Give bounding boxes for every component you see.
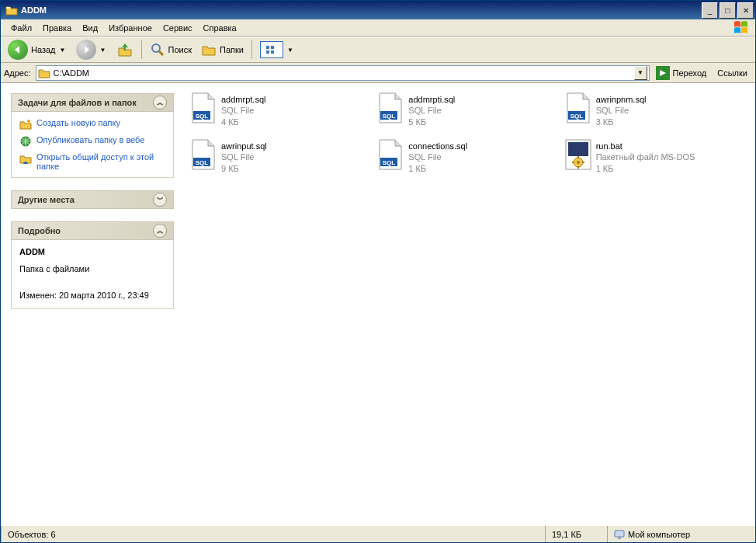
svg-text:SQL: SQL (196, 113, 209, 120)
folder-icon (38, 67, 50, 79)
svg-line-1 (159, 51, 163, 55)
status-bar: Объектов: 6 19,1 КБ Мой компьютер (1, 525, 755, 542)
minimize-button[interactable]: _ (702, 2, 718, 19)
file-item[interactable]: SQL awrinpnm.sql SQL File 3 КБ (564, 91, 751, 134)
chevron-down-icon: ▼ (99, 47, 107, 54)
address-input[interactable] (50, 68, 634, 78)
svg-rect-18 (568, 142, 588, 156)
svg-rect-4 (266, 50, 269, 54)
status-objects: Объектов: 6 (1, 526, 546, 542)
status-location: Мой компьютер (608, 526, 755, 542)
sql-file-icon: SQL (565, 92, 591, 124)
content-area: Задачи для файлов и папок ︽ Создать нову… (1, 83, 755, 525)
svg-rect-3 (271, 46, 274, 49)
menubar: Файл Правка Вид Избранное Сервис Справка (1, 19, 755, 37)
menu-edit[interactable]: Правка (37, 22, 77, 34)
svg-rect-2 (266, 46, 269, 49)
forward-button[interactable]: ▼ (72, 39, 111, 61)
status-size: 19,1 КБ (546, 526, 608, 542)
menu-help[interactable]: Справка (198, 22, 242, 34)
file-item[interactable]: run.bat Пакетный файл MS-DOS 1 КБ (564, 137, 751, 181)
go-button[interactable]: Переход (653, 65, 710, 81)
window-title: ADDM (21, 5, 700, 15)
back-button[interactable]: Назад ▼ (4, 39, 71, 61)
file-list: SQL addmrpt.sql SQL File 4 КБ SQL addmrp… (184, 83, 755, 525)
svg-text:SQL: SQL (196, 159, 209, 166)
separator (251, 40, 252, 59)
forward-arrow-icon (76, 40, 96, 60)
collapse-icon: ︽ (153, 224, 167, 238)
views-icon (260, 41, 283, 58)
file-type: SQL File (596, 105, 647, 116)
search-icon (150, 42, 165, 57)
file-item[interactable]: SQL addmrpt.sql SQL File 4 КБ (189, 91, 376, 134)
file-item[interactable]: SQL addmrpti.sql SQL File 5 КБ (376, 91, 563, 134)
toolbar: Назад ▼ ▼ Поиск Папки (1, 37, 755, 63)
go-arrow-icon (656, 66, 670, 80)
details-type: Папка с файлами (19, 263, 165, 276)
address-dropdown-button[interactable]: ▼ (634, 66, 647, 80)
views-button[interactable]: ▼ (256, 39, 298, 61)
separator (141, 40, 142, 59)
file-item[interactable]: SQL awrinput.sql SQL File 9 КБ (189, 137, 376, 181)
close-button[interactable]: ✕ (737, 2, 754, 19)
file-name: awrinput.sql (221, 141, 267, 151)
file-tasks-header[interactable]: Задачи для файлов и папок ︽ (11, 93, 174, 112)
other-places-header[interactable]: Другие места ︾ (11, 190, 174, 209)
titlebar: ADDM _ □ ✕ (1, 1, 755, 19)
svg-text:SQL: SQL (383, 159, 396, 166)
menu-file[interactable]: Файл (5, 22, 37, 34)
menu-view[interactable]: Вид (77, 22, 103, 34)
globe-icon (19, 135, 32, 148)
details-name: ADDM (19, 246, 165, 259)
up-button[interactable] (113, 39, 137, 61)
new-folder-icon (19, 118, 32, 131)
search-button[interactable]: Поиск (146, 39, 196, 61)
folder-icon (5, 4, 18, 16)
file-name: connections.sql (408, 141, 467, 151)
file-type: SQL File (221, 151, 267, 162)
folders-icon (201, 42, 217, 57)
chevron-down-icon: ▼ (59, 47, 67, 54)
file-name: addmrpti.sql (408, 94, 455, 105)
sql-file-icon: SQL (377, 92, 404, 124)
share-folder-icon (19, 152, 32, 165)
file-name: awrinpnm.sql (596, 94, 647, 105)
expand-icon: ︾ (153, 193, 167, 207)
file-size: 9 КБ (221, 163, 267, 174)
folders-button[interactable]: Папки (197, 39, 248, 61)
svg-rect-21 (615, 531, 624, 537)
svg-point-0 (152, 44, 160, 52)
sql-file-icon: SQL (190, 139, 217, 170)
back-arrow-icon (8, 40, 28, 60)
task-share-folder[interactable]: Открыть общий доступ к этой папке (19, 152, 165, 171)
file-name: addmrpt.sql (221, 94, 265, 105)
menu-favorites[interactable]: Избранное (103, 22, 158, 34)
file-size: 1 КБ (408, 163, 467, 174)
tasks-pane: Задачи для файлов и папок ︽ Создать нову… (1, 83, 184, 525)
svg-text:SQL: SQL (570, 113, 583, 120)
file-tasks-panel: Задачи для файлов и папок ︽ Создать нову… (10, 92, 175, 179)
links-label[interactable]: Ссылки (713, 68, 752, 78)
maximize-button[interactable]: □ (720, 2, 736, 19)
file-name: run.bat (596, 141, 695, 151)
file-size: 3 КБ (596, 117, 647, 127)
file-size: 5 КБ (408, 117, 455, 127)
details-panel: Подробно ︽ ADDM Папка с файлами Изменен:… (10, 221, 175, 310)
task-publish-web[interactable]: Опубликовать папку в вебе (19, 135, 165, 148)
address-field[interactable]: ▼ (36, 65, 650, 81)
file-item[interactable]: SQL connections.sql SQL File 1 КБ (376, 137, 563, 181)
svg-rect-22 (618, 538, 621, 539)
task-new-folder[interactable]: Создать новую папку (19, 118, 165, 131)
file-type: SQL File (408, 105, 455, 116)
svg-point-20 (577, 161, 580, 164)
file-type: SQL File (221, 105, 265, 116)
sql-file-icon: SQL (190, 92, 217, 124)
details-header[interactable]: Подробно ︽ (11, 221, 174, 240)
file-type: Пакетный файл MS-DOS (596, 151, 695, 162)
menu-tools[interactable]: Сервис (158, 22, 198, 34)
bat-file-icon (565, 139, 591, 170)
svg-rect-5 (271, 50, 274, 54)
other-places-panel: Другие места ︾ (10, 190, 175, 210)
sql-file-icon: SQL (377, 139, 404, 170)
